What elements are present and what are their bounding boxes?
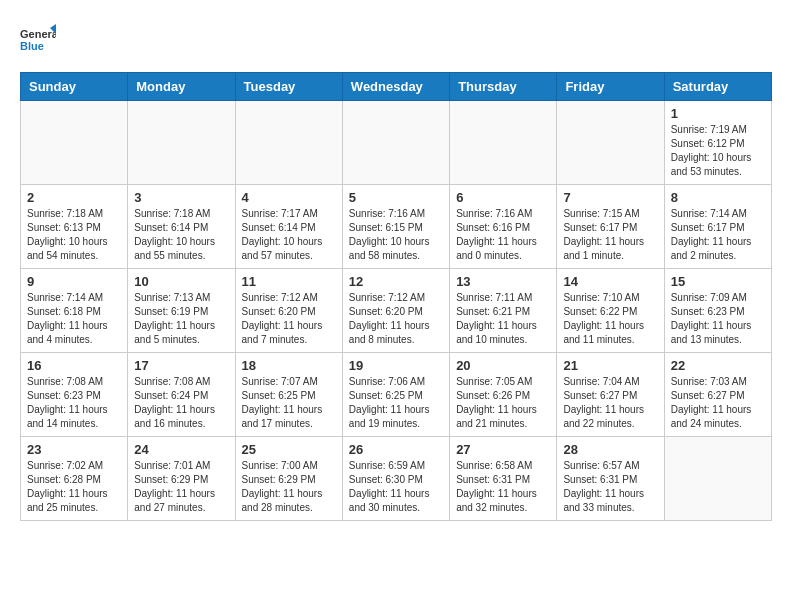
calendar-cell: 13Sunrise: 7:11 AM Sunset: 6:21 PM Dayli… (450, 269, 557, 353)
svg-text:General: General (20, 28, 56, 40)
calendar-table: SundayMondayTuesdayWednesdayThursdayFrid… (20, 72, 772, 521)
day-info: Sunrise: 7:19 AM Sunset: 6:12 PM Dayligh… (671, 123, 765, 179)
day-info: Sunrise: 7:18 AM Sunset: 6:13 PM Dayligh… (27, 207, 121, 263)
calendar-cell (664, 437, 771, 521)
day-number: 28 (563, 442, 657, 457)
day-info: Sunrise: 7:00 AM Sunset: 6:29 PM Dayligh… (242, 459, 336, 515)
calendar-cell: 7Sunrise: 7:15 AM Sunset: 6:17 PM Daylig… (557, 185, 664, 269)
day-info: Sunrise: 7:14 AM Sunset: 6:17 PM Dayligh… (671, 207, 765, 263)
day-info: Sunrise: 7:13 AM Sunset: 6:19 PM Dayligh… (134, 291, 228, 347)
day-number: 4 (242, 190, 336, 205)
day-info: Sunrise: 7:12 AM Sunset: 6:20 PM Dayligh… (242, 291, 336, 347)
day-info: Sunrise: 7:08 AM Sunset: 6:24 PM Dayligh… (134, 375, 228, 431)
calendar-cell (342, 101, 449, 185)
day-number: 17 (134, 358, 228, 373)
calendar-week-2: 2Sunrise: 7:18 AM Sunset: 6:13 PM Daylig… (21, 185, 772, 269)
calendar-cell: 22Sunrise: 7:03 AM Sunset: 6:27 PM Dayli… (664, 353, 771, 437)
calendar-cell: 23Sunrise: 7:02 AM Sunset: 6:28 PM Dayli… (21, 437, 128, 521)
calendar-cell: 14Sunrise: 7:10 AM Sunset: 6:22 PM Dayli… (557, 269, 664, 353)
weekday-header-row: SundayMondayTuesdayWednesdayThursdayFrid… (21, 73, 772, 101)
calendar-week-5: 23Sunrise: 7:02 AM Sunset: 6:28 PM Dayli… (21, 437, 772, 521)
day-number: 22 (671, 358, 765, 373)
calendar-cell: 25Sunrise: 7:00 AM Sunset: 6:29 PM Dayli… (235, 437, 342, 521)
weekday-header-sunday: Sunday (21, 73, 128, 101)
day-info: Sunrise: 7:17 AM Sunset: 6:14 PM Dayligh… (242, 207, 336, 263)
calendar-cell: 4Sunrise: 7:17 AM Sunset: 6:14 PM Daylig… (235, 185, 342, 269)
day-number: 13 (456, 274, 550, 289)
calendar-cell: 6Sunrise: 7:16 AM Sunset: 6:16 PM Daylig… (450, 185, 557, 269)
day-info: Sunrise: 7:18 AM Sunset: 6:14 PM Dayligh… (134, 207, 228, 263)
calendar-cell: 21Sunrise: 7:04 AM Sunset: 6:27 PM Dayli… (557, 353, 664, 437)
day-number: 3 (134, 190, 228, 205)
day-info: Sunrise: 7:01 AM Sunset: 6:29 PM Dayligh… (134, 459, 228, 515)
calendar-week-3: 9Sunrise: 7:14 AM Sunset: 6:18 PM Daylig… (21, 269, 772, 353)
weekday-header-tuesday: Tuesday (235, 73, 342, 101)
day-number: 25 (242, 442, 336, 457)
calendar-cell: 19Sunrise: 7:06 AM Sunset: 6:25 PM Dayli… (342, 353, 449, 437)
day-info: Sunrise: 7:10 AM Sunset: 6:22 PM Dayligh… (563, 291, 657, 347)
calendar-week-1: 1Sunrise: 7:19 AM Sunset: 6:12 PM Daylig… (21, 101, 772, 185)
day-number: 16 (27, 358, 121, 373)
day-info: Sunrise: 7:06 AM Sunset: 6:25 PM Dayligh… (349, 375, 443, 431)
day-info: Sunrise: 7:09 AM Sunset: 6:23 PM Dayligh… (671, 291, 765, 347)
calendar-week-4: 16Sunrise: 7:08 AM Sunset: 6:23 PM Dayli… (21, 353, 772, 437)
day-number: 18 (242, 358, 336, 373)
logo-icon: General Blue (20, 20, 56, 56)
day-info: Sunrise: 7:16 AM Sunset: 6:16 PM Dayligh… (456, 207, 550, 263)
calendar-cell: 17Sunrise: 7:08 AM Sunset: 6:24 PM Dayli… (128, 353, 235, 437)
calendar-cell (557, 101, 664, 185)
day-number: 19 (349, 358, 443, 373)
svg-text:Blue: Blue (20, 40, 44, 52)
day-number: 8 (671, 190, 765, 205)
calendar-cell: 8Sunrise: 7:14 AM Sunset: 6:17 PM Daylig… (664, 185, 771, 269)
day-number: 14 (563, 274, 657, 289)
day-number: 6 (456, 190, 550, 205)
day-info: Sunrise: 7:15 AM Sunset: 6:17 PM Dayligh… (563, 207, 657, 263)
day-info: Sunrise: 7:08 AM Sunset: 6:23 PM Dayligh… (27, 375, 121, 431)
day-number: 7 (563, 190, 657, 205)
weekday-header-monday: Monday (128, 73, 235, 101)
day-info: Sunrise: 7:03 AM Sunset: 6:27 PM Dayligh… (671, 375, 765, 431)
calendar-cell: 16Sunrise: 7:08 AM Sunset: 6:23 PM Dayli… (21, 353, 128, 437)
day-number: 21 (563, 358, 657, 373)
day-info: Sunrise: 7:14 AM Sunset: 6:18 PM Dayligh… (27, 291, 121, 347)
day-number: 24 (134, 442, 228, 457)
calendar-cell: 20Sunrise: 7:05 AM Sunset: 6:26 PM Dayli… (450, 353, 557, 437)
day-number: 20 (456, 358, 550, 373)
day-number: 2 (27, 190, 121, 205)
day-info: Sunrise: 6:59 AM Sunset: 6:30 PM Dayligh… (349, 459, 443, 515)
day-info: Sunrise: 6:57 AM Sunset: 6:31 PM Dayligh… (563, 459, 657, 515)
day-info: Sunrise: 7:07 AM Sunset: 6:25 PM Dayligh… (242, 375, 336, 431)
day-number: 10 (134, 274, 228, 289)
day-info: Sunrise: 7:05 AM Sunset: 6:26 PM Dayligh… (456, 375, 550, 431)
calendar-cell: 10Sunrise: 7:13 AM Sunset: 6:19 PM Dayli… (128, 269, 235, 353)
calendar-cell (450, 101, 557, 185)
day-info: Sunrise: 7:12 AM Sunset: 6:20 PM Dayligh… (349, 291, 443, 347)
calendar-cell: 9Sunrise: 7:14 AM Sunset: 6:18 PM Daylig… (21, 269, 128, 353)
day-number: 26 (349, 442, 443, 457)
weekday-header-friday: Friday (557, 73, 664, 101)
calendar-cell (21, 101, 128, 185)
weekday-header-wednesday: Wednesday (342, 73, 449, 101)
weekday-header-saturday: Saturday (664, 73, 771, 101)
day-number: 23 (27, 442, 121, 457)
calendar-cell: 11Sunrise: 7:12 AM Sunset: 6:20 PM Dayli… (235, 269, 342, 353)
day-number: 15 (671, 274, 765, 289)
day-info: Sunrise: 7:16 AM Sunset: 6:15 PM Dayligh… (349, 207, 443, 263)
calendar-cell: 3Sunrise: 7:18 AM Sunset: 6:14 PM Daylig… (128, 185, 235, 269)
calendar-cell: 18Sunrise: 7:07 AM Sunset: 6:25 PM Dayli… (235, 353, 342, 437)
day-number: 9 (27, 274, 121, 289)
day-info: Sunrise: 7:11 AM Sunset: 6:21 PM Dayligh… (456, 291, 550, 347)
day-number: 27 (456, 442, 550, 457)
day-info: Sunrise: 6:58 AM Sunset: 6:31 PM Dayligh… (456, 459, 550, 515)
calendar-cell: 24Sunrise: 7:01 AM Sunset: 6:29 PM Dayli… (128, 437, 235, 521)
calendar-cell (128, 101, 235, 185)
calendar-cell: 1Sunrise: 7:19 AM Sunset: 6:12 PM Daylig… (664, 101, 771, 185)
day-info: Sunrise: 7:04 AM Sunset: 6:27 PM Dayligh… (563, 375, 657, 431)
calendar-cell: 2Sunrise: 7:18 AM Sunset: 6:13 PM Daylig… (21, 185, 128, 269)
calendar-cell: 5Sunrise: 7:16 AM Sunset: 6:15 PM Daylig… (342, 185, 449, 269)
day-number: 5 (349, 190, 443, 205)
calendar-cell: 12Sunrise: 7:12 AM Sunset: 6:20 PM Dayli… (342, 269, 449, 353)
calendar-cell: 26Sunrise: 6:59 AM Sunset: 6:30 PM Dayli… (342, 437, 449, 521)
logo: General Blue (20, 20, 60, 56)
